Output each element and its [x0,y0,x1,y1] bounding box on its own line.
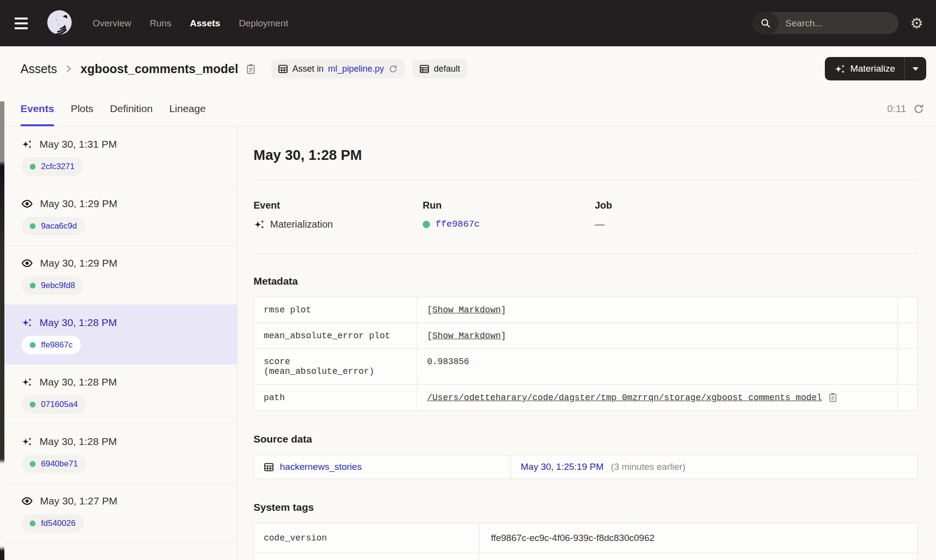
run-status-dot [30,521,36,526]
table-row: path /Users/odetteharary/code/dagster/tm… [254,385,918,411]
table-row: code_version ffe9867c-ec9c-4f06-939c-f8d… [254,523,918,553]
event-list-item[interactable]: May 30, 1:28 PM 071605a4 [0,365,237,424]
event-detail-pane: May 30, 1:28 PM Event Materialization Ru… [237,127,936,560]
event-timestamp: May 30, 1:31 PM [39,138,117,150]
materialize-button[interactable]: Materialize [825,57,904,80]
event-list-item-selected[interactable]: May 30, 1:28 PM ffe9867c [0,305,237,365]
metadata-key: score (mean_absolute_error) [254,349,417,385]
run-id-pill[interactable]: 2cfc3271 [21,157,83,176]
asset-group-pill[interactable]: default [412,59,467,78]
dagster-logo[interactable] [45,9,74,38]
run-status-dot [30,164,36,170]
event-timestamp: May 30, 1:29 PM [40,257,117,269]
run-id-link[interactable]: ffe9867c [435,219,480,230]
primary-nav: Overview Runs Assets Deployment [93,18,288,29]
event-list: May 30, 1:31 PM 2cfc3271 May 30, 1:29 PM… [0,127,237,560]
metadata-key: mean_absolute_error plot [254,323,417,349]
run-id-pill[interactable]: 9ebc9fd8 [21,276,83,295]
tab-lineage[interactable]: Lineage [169,91,206,126]
asset-definition-pill[interactable]: Asset in ml_pipeline.py [271,59,405,78]
observation-icon [21,496,33,506]
asset-table-icon [264,462,274,472]
event-list-item[interactable]: May 30, 1:29 PM 9ebc9fd8 [0,246,237,305]
table-row [254,553,918,560]
system-tags-heading: System tags [254,502,918,513]
breadcrumb-assets-link[interactable]: Assets [20,62,57,76]
nav-item-overview[interactable]: Overview [93,18,131,29]
run-id-link[interactable]: fd540026 [41,519,76,528]
copy-path-icon[interactable] [828,392,838,403]
event-timestamp: May 30, 1:28 PM [39,436,117,447]
metadata-key: rmse plot [254,297,417,323]
source-timestamp-link[interactable]: May 30, 1:25:19 PM [521,462,604,472]
run-id-pill[interactable]: fd540026 [21,514,84,533]
show-markdown-link[interactable]: [Show Markdown] [427,305,506,315]
materialize-split-button[interactable]: Materialize [825,57,926,80]
metadata-heading: Metadata [254,275,918,287]
source-asset-link[interactable]: hackernews_stories [280,462,362,472]
run-id-link[interactable]: 071605a4 [41,400,78,409]
event-list-item[interactable]: May 30, 1:29 PM 9aca6c9d [0,186,237,246]
event-timestamp: May 30, 1:28 PM [39,376,117,388]
source-data-table: hackernews_stories May 30, 1:25:19 PM (3… [254,455,918,479]
materialization-icon [21,139,32,149]
event-timestamp: May 30, 1:28 PM [39,317,117,328]
tab-definition[interactable]: Definition [110,91,153,126]
run-id-pill[interactable]: 9aca6c9d [21,217,85,235]
observation-icon [21,199,33,209]
run-status-dot [423,221,430,228]
hamburger-menu-icon[interactable] [15,14,34,33]
run-status-dot [30,223,36,229]
metadata-table: rmse plot [Show Markdown] mean_absolute_… [254,297,918,411]
event-timestamp: May 30, 1:27 PM [40,495,117,507]
search-input[interactable] [779,18,898,29]
asset-tabs-row: Events Plots Definition Lineage 0:11 [0,91,936,127]
reload-location-icon[interactable] [389,64,398,74]
run-status-dot [30,402,36,407]
materialize-label: Materialize [850,63,895,74]
nav-item-assets[interactable]: Assets [190,18,220,29]
nav-item-runs[interactable]: Runs [150,18,171,29]
event-list-item[interactable]: May 30, 1:28 PM 6940be71 [0,424,237,483]
asset-title: xgboost_comments_model [80,62,238,76]
tab-plots[interactable]: Plots [71,91,94,126]
copy-asset-name-icon[interactable] [245,63,256,75]
run-id-pill[interactable]: ffe9867c [21,336,81,354]
event-type-value: Materialization [270,219,333,230]
storage-path-link[interactable]: /Users/odetteharary/code/dagster/tmp_0mz… [427,393,822,403]
job-value: — [595,219,604,230]
breadcrumb-chevron-icon [64,64,74,74]
run-id-pill[interactable]: 6940be71 [21,455,86,473]
run-id-link[interactable]: ffe9867c [41,340,73,350]
settings-gear-icon[interactable]: ⚙ [910,16,923,31]
code-location-icon [278,64,288,74]
system-tag-key: code_version [254,523,479,553]
table-row: score (mean_absolute_error) 0.983856 [254,349,918,385]
search-bar[interactable]: / [752,12,898,34]
job-column-header: Job [595,200,918,211]
table-row: mean_absolute_error plot [Show Markdown] [254,323,918,349]
refresh-icon[interactable] [913,103,924,115]
pipeline-file-link[interactable]: ml_pipeline.py [328,64,384,74]
run-id-link[interactable]: 9aca6c9d [41,221,77,231]
source-timestamp-note: (3 minutes earlier) [611,462,685,472]
show-markdown-link[interactable]: [Show Markdown] [427,331,506,341]
event-list-item[interactable]: May 30, 1:27 PM fd540026 [0,483,237,543]
materialization-icon [21,318,32,328]
asset-header: Assets xgboost_comments_model Asset in m… [0,46,936,91]
run-id-link[interactable]: 9ebc9fd8 [41,281,75,290]
asset-group-icon [419,64,429,74]
run-id-pill[interactable]: 071605a4 [21,395,86,414]
nav-item-deployment[interactable]: Deployment [239,18,288,29]
search-icon[interactable] [752,12,779,34]
event-detail-title: May 30, 1:28 PM [254,147,918,163]
materialize-dropdown-button[interactable] [905,57,926,80]
materialize-sparkle-icon [834,64,845,74]
run-id-link[interactable]: 2cfc3271 [41,162,75,172]
run-id-link[interactable]: 6940be71 [41,459,78,469]
tab-events[interactable]: Events [20,91,54,126]
event-list-item[interactable]: May 30, 1:31 PM 2cfc3271 [0,127,237,186]
refresh-countdown: 0:11 [887,103,906,115]
materialization-icon [21,437,32,446]
run-status-dot [30,283,36,289]
